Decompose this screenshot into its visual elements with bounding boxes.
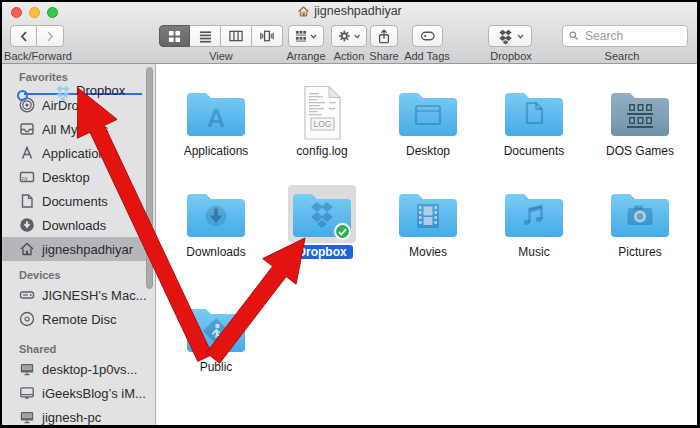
file-browser-area: A Applications LOG [156,64,697,425]
window-chrome: jigneshpadhiyar Back/Forward [2,2,697,64]
list-view-icon [199,30,212,43]
home-icon [18,241,35,258]
movies-folder-icon [396,188,460,240]
file-item-pictures[interactable]: Pictures [587,185,693,286]
pc-display-icon [18,361,35,378]
sidebar-item-label: jigneshpadhiyar [42,242,133,257]
file-label: Dropbox [291,245,352,259]
dos-games-folder-icon [608,87,672,139]
sidebar-item-jignesh-mac[interactable]: JIGNESH’s Mac... [2,283,155,307]
file-label: Movies [409,245,447,259]
finder-window: jigneshpadhiyar Back/Forward [0,0,700,428]
sidebar-item-label: Applications [42,146,112,161]
chevron-down-icon [354,34,360,39]
view-coverflow-button[interactable] [252,25,283,47]
share-button[interactable] [370,25,398,47]
dropbox-toolbar-label: Dropbox [475,50,547,62]
view-label: View [159,50,283,62]
pc-display-icon [18,409,35,426]
view-icons-button[interactable] [159,25,190,47]
chevron-left-icon [20,31,28,42]
sidebar-scrollbar[interactable] [146,67,153,289]
sidebar-item-desktop-1p0vs[interactable]: desktop-1p0vs... [2,357,155,381]
arrange-button[interactable] [288,25,324,47]
column-view-icon [229,30,243,42]
sidebar: Favorites Dropbox AirDrop All My Files [2,64,156,425]
file-label: DOS Games [606,144,674,158]
add-tags-label: Add Tags [391,50,463,62]
file-item-music[interactable]: Music [481,185,587,286]
view-columns-button[interactable] [221,25,252,47]
sidebar-item-downloads[interactable]: Downloads [2,213,155,237]
add-tags-button[interactable] [412,25,443,47]
sidebar-item-label: All My Files [42,122,108,137]
internal-drive-icon [18,287,35,304]
public-folder-icon [184,303,248,355]
file-label: config.log [296,144,347,158]
sidebar-item-home-selected[interactable]: jigneshpadhiyar [2,237,155,261]
all-my-files-icon [18,121,35,138]
sidebar-item-documents[interactable]: Documents [2,189,155,213]
dropbox-toolbar-button[interactable] [488,25,532,47]
applications-folder-icon: A [184,87,248,139]
sidebar-item-label: JIGNESH’s Mac... [42,288,147,303]
forward-button[interactable] [37,25,64,47]
file-label: Public [200,360,233,374]
music-folder-icon [502,188,566,240]
file-item-documents[interactable]: Documents [481,84,587,185]
file-item-dropbox-selected[interactable]: Dropbox [269,185,375,286]
sidebar-item-label: Documents [42,194,108,209]
file-item-movies[interactable]: Movies [375,185,481,286]
sidebar-drop-indicator: Dropbox [14,83,146,105]
search-label: Search [586,50,658,62]
sidebar-item-label: Downloads [42,218,106,233]
dropbox-ghost-icon [54,84,72,102]
home-icon [297,5,310,18]
view-list-button[interactable] [190,25,221,47]
file-label: Pictures [618,245,661,259]
imac-icon [18,385,35,402]
window-title-text: jigneshpadhiyar [314,4,402,18]
sidebar-item-label: Desktop [42,170,90,185]
file-item-applications[interactable]: A Applications [163,84,269,185]
sidebar-header-shared: Shared [2,341,155,357]
chevron-down-icon [310,34,317,39]
sidebar-item-all-my-files[interactable]: All My Files [2,117,155,141]
file-item-downloads[interactable]: Downloads [163,185,269,286]
sidebar-item-desktop[interactable]: Desktop [2,165,155,189]
desktop-folder-icon [396,87,460,139]
chevron-right-icon [46,31,54,42]
file-item-config-log[interactable]: LOG config.log [269,84,375,185]
file-label: Applications [184,144,249,158]
pictures-folder-icon [608,188,672,240]
file-item-public[interactable]: Public [163,300,269,387]
check-icon [338,228,347,236]
tag-icon [420,30,436,42]
sidebar-item-label: desktop-1p0vs... [42,362,137,377]
search-field[interactable] [562,25,688,47]
dropbox-icon [497,28,514,45]
sidebar-item-label: iGeeksBlog’s iM... [42,386,146,401]
file-item-dos-games[interactable]: DOS Games [587,84,693,185]
sidebar-item-label: Remote Disc [42,312,116,327]
file-label: Desktop [406,144,450,158]
action-button[interactable] [331,25,367,47]
desktop-icon [18,169,35,186]
sidebar-item-applications[interactable]: Applications [2,141,155,165]
search-input[interactable] [583,28,681,44]
disc-icon [18,311,35,328]
svg-text:A: A [207,104,225,132]
drag-ghost-label: Dropbox [76,83,125,98]
sidebar-item-igeeksblog-imac[interactable]: iGeeksBlog’s iM... [2,381,155,405]
file-label: Documents [504,144,565,158]
gear-icon [338,29,351,43]
file-item-desktop[interactable]: Desktop [375,84,481,185]
synced-badge [334,223,351,240]
sidebar-item-label: jignesh-pc [42,410,101,425]
back-button[interactable] [10,25,37,47]
sidebar-item-jignesh-pc[interactable]: jignesh-pc [2,405,155,428]
back-forward-label: Back/Forward [2,50,74,62]
sidebar-item-remote-disc[interactable]: Remote Disc [2,307,155,331]
chevron-down-icon [517,34,524,39]
documents-folder-icon [502,87,566,139]
